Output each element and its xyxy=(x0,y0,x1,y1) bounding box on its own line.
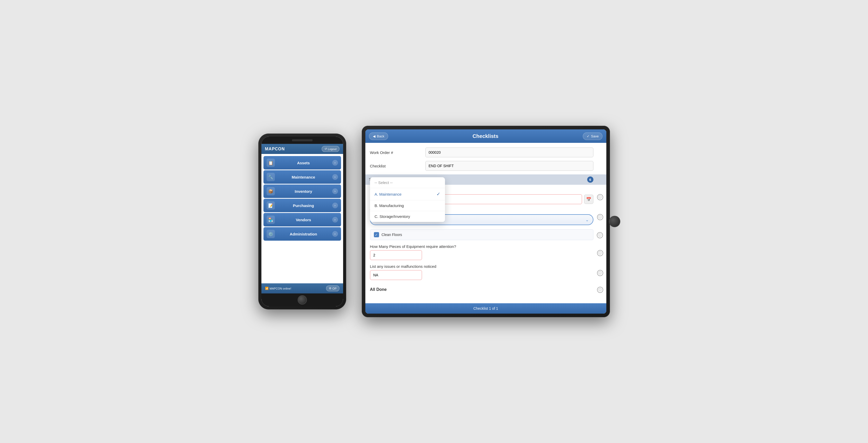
phone-wifi-status: 📶 MAPCON online! xyxy=(265,287,291,290)
department-dropdown-popup: -- Select -- A. Maintenance ✓ B. Manufac… xyxy=(370,177,445,222)
clean-floors-info-button[interactable]: ⓘ xyxy=(597,232,603,238)
back-button[interactable]: ◀ Back xyxy=(369,132,389,140)
sidebar-item-purchasing[interactable]: 📝 Purchasing › xyxy=(264,199,341,212)
dropdown-option-select[interactable]: -- Select -- xyxy=(370,177,445,188)
issues-info-button[interactable]: ⓘ xyxy=(597,270,603,276)
equipment-info-button[interactable]: ⓘ xyxy=(597,250,603,256)
purchasing-icon: 📝 xyxy=(267,201,275,210)
phone-speaker xyxy=(292,139,313,141)
calendar-button[interactable]: 📅 xyxy=(584,195,593,204)
phone-app-title: MAPCON xyxy=(265,147,285,151)
vendors-icon: 🏪 xyxy=(267,215,275,224)
back-icon: ◀ xyxy=(373,134,375,138)
all-done-row: All Done ⓘ xyxy=(370,284,593,295)
logout-button[interactable]: ↺ Logout xyxy=(322,146,340,152)
tablet-screen: ◀ Back Checklists ✓ Save Work Order # xyxy=(365,129,606,314)
checklist-input[interactable] xyxy=(425,161,593,171)
maintenance-icon: 🔧 xyxy=(267,173,275,181)
inventory-icon: 📦 xyxy=(267,187,275,195)
work-order-input[interactable] xyxy=(425,147,593,157)
phone-header: MAPCON ↺ Logout xyxy=(261,144,343,154)
clean-floors-label: Clean Floors xyxy=(382,233,402,237)
department-question: Which Department? A. Maintenance ⌄ ⓘ -- … xyxy=(370,208,593,225)
chevron-right-icon: › xyxy=(332,231,338,237)
dropdown-option-maintenance[interactable]: A. Maintenance ✓ xyxy=(370,188,445,200)
chevron-right-icon: › xyxy=(332,203,338,208)
tablet-home-button[interactable] xyxy=(609,216,620,227)
checklist-pagination: Checklist 1 of 1 xyxy=(473,306,498,311)
tablet-header: ◀ Back Checklists ✓ Save xyxy=(365,129,606,143)
phone-device: MAPCON ↺ Logout 📋 Assets › 🔧 Maintenance… xyxy=(258,134,346,309)
wifi-icon: 📶 xyxy=(265,287,269,290)
phone-home-bar xyxy=(261,293,343,306)
save-button[interactable]: ✓ Save xyxy=(583,132,603,140)
phone-menu: 📋 Assets › 🔧 Maintenance › 📦 Inventory ›… xyxy=(261,154,343,283)
issues-input[interactable] xyxy=(370,270,422,280)
tablet-content: Work Order # Checklist Tap a question to… xyxy=(365,143,606,303)
chevron-right-icon: › xyxy=(332,188,338,194)
phone-home-button[interactable] xyxy=(298,295,307,304)
sidebar-item-label-administration: Administration xyxy=(277,232,330,236)
clean-floors-row: ✓ Clean Floors ⓘ xyxy=(370,229,593,240)
checklist-label: Checklist xyxy=(370,164,422,168)
sidebar-item-administration[interactable]: ⚙️ Administration › xyxy=(264,227,341,241)
sidebar-item-maintenance[interactable]: 🔧 Maintenance › xyxy=(264,170,341,184)
equipment-input[interactable] xyxy=(370,250,422,260)
issues-question: List any issues or malfunctions noticed … xyxy=(370,264,593,280)
clean-floors-checkbox[interactable]: ✓ xyxy=(374,232,379,237)
sidebar-item-inventory[interactable]: 📦 Inventory › xyxy=(264,184,341,198)
sidebar-item-label-purchasing: Purchasing xyxy=(277,203,330,208)
work-order-row: Work Order # xyxy=(370,147,593,157)
dropdown-option-manufacturing[interactable]: B. Manufacturing xyxy=(370,200,445,211)
sidebar-item-assets[interactable]: 📋 Assets › xyxy=(264,156,341,170)
sidebar-item-label-vendors: Vendors xyxy=(277,217,330,222)
assets-icon: 📋 xyxy=(267,158,275,167)
tablet-footer: Checklist 1 of 1 xyxy=(365,303,606,314)
chevron-right-icon: › xyxy=(332,160,338,166)
logout-icon: ↺ xyxy=(324,147,327,151)
sidebar-item-label-maintenance: Maintenance xyxy=(277,175,330,179)
checklist-row: Checklist xyxy=(370,161,593,171)
all-done-info-button[interactable]: ⓘ xyxy=(597,287,603,293)
equipment-question: How Many Pieces of Equipment require att… xyxy=(370,244,593,260)
equipment-question-label: How Many Pieces of Equipment require att… xyxy=(370,244,593,249)
phone-notch xyxy=(261,137,343,144)
question-count: 6 xyxy=(587,176,593,183)
department-info-button[interactable]: ⓘ xyxy=(597,214,603,220)
chevron-right-icon: › xyxy=(332,174,338,180)
all-done-label: All Done xyxy=(370,287,387,292)
phone-footer: 📶 MAPCON online! ⚙ OP xyxy=(261,283,343,293)
tablet-device: ◀ Back Checklists ✓ Save Work Order # xyxy=(362,126,610,317)
checkmark-icon: ✓ xyxy=(587,134,590,138)
work-order-label: Work Order # xyxy=(370,150,422,155)
administration-icon: ⚙️ xyxy=(267,230,275,238)
checkmark-icon: ✓ xyxy=(436,191,440,197)
op-button[interactable]: ⚙ OP xyxy=(326,286,340,291)
sidebar-item-vendors[interactable]: 🏪 Vendors › xyxy=(264,213,341,227)
dropdown-option-storage[interactable]: C. Storage/Inventory xyxy=(370,211,445,222)
date-info-button[interactable]: ⓘ xyxy=(597,194,603,200)
sidebar-item-label-assets: Assets xyxy=(277,161,330,165)
sidebar-item-label-inventory: Inventory xyxy=(277,189,330,194)
chevron-right-icon: › xyxy=(332,217,338,223)
gear-icon: ⚙ xyxy=(329,287,332,290)
dropdown-chevron-icon: ⌄ xyxy=(585,217,589,222)
issues-question-label: List any issues or malfunctions noticed xyxy=(370,264,593,269)
tablet-title: Checklists xyxy=(473,133,498,139)
